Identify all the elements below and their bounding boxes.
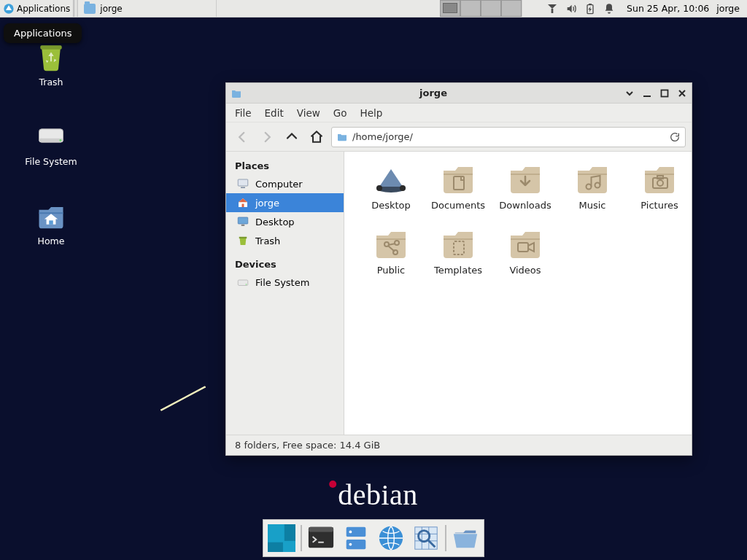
- menu-view[interactable]: View: [297, 107, 320, 119]
- reload-icon[interactable]: [669, 131, 681, 143]
- svg-rect-4: [40, 45, 61, 50]
- folder-label: Documents: [431, 200, 485, 211]
- menu-go[interactable]: Go: [333, 107, 347, 119]
- desktop-icon-home[interactable]: Home: [22, 199, 80, 246]
- sidebar-item-filesystem[interactable]: File System: [226, 273, 344, 292]
- desktop-icons: Trash File System Home: [22, 40, 80, 246]
- desktop-icon-filesystem[interactable]: File System: [22, 120, 80, 167]
- folder-label: Music: [579, 200, 606, 211]
- menu-edit[interactable]: Edit: [265, 107, 284, 119]
- location-path: /home/jorge/: [352, 131, 413, 142]
- folder-music[interactable]: Music: [559, 162, 626, 211]
- svg-point-40: [349, 531, 352, 534]
- svg-rect-12: [241, 187, 245, 189]
- folder-documents[interactable]: Documents: [425, 162, 492, 211]
- svg-point-7: [59, 139, 61, 141]
- sidebar-places-header: Places: [226, 158, 344, 174]
- up-button[interactable]: [282, 127, 302, 147]
- dock-show-desktop[interactable]: [266, 522, 298, 554]
- folder-open-icon: [452, 524, 479, 552]
- network-icon[interactable]: [546, 3, 558, 15]
- folder-templates[interactable]: Templates: [425, 227, 492, 276]
- svg-point-21: [400, 185, 406, 191]
- folder-downloads[interactable]: Downloads: [492, 162, 559, 211]
- folder-videos[interactable]: Videos: [492, 227, 559, 276]
- svg-point-20: [376, 185, 382, 191]
- svg-rect-14: [238, 217, 248, 224]
- drive-icon: [35, 120, 67, 152]
- svg-rect-11: [238, 179, 248, 186]
- desktop-icon: [236, 215, 249, 228]
- back-button[interactable]: [232, 127, 252, 147]
- trash-icon: [35, 40, 67, 72]
- sidebar-item-trash[interactable]: Trash: [226, 231, 344, 250]
- dock-terminal[interactable]: [305, 522, 337, 554]
- svg-rect-9: [643, 96, 651, 97]
- location-bar[interactable]: /home/jorge/: [331, 127, 686, 147]
- folder-icon: [336, 131, 348, 143]
- menu-help[interactable]: Help: [360, 107, 383, 119]
- sidebar-item-label: jorge: [255, 198, 279, 209]
- close-button[interactable]: [677, 88, 687, 98]
- documents-folder-icon: [439, 162, 477, 195]
- dock-files[interactable]: [340, 522, 372, 554]
- xfce-logo-icon: [3, 3, 15, 15]
- folder-desktop[interactable]: Desktop: [357, 162, 425, 211]
- battery-icon[interactable]: [584, 3, 596, 15]
- workspace-switcher[interactable]: [440, 0, 522, 17]
- workspace-2[interactable]: [460, 0, 481, 17]
- window-titlebar[interactable]: jorge: [226, 83, 692, 104]
- dock-separator: [301, 525, 302, 551]
- sidebar-item-home[interactable]: jorge: [226, 193, 344, 212]
- dock-home-folder[interactable]: [449, 522, 481, 554]
- computer-icon: [236, 177, 249, 190]
- window-menu-button[interactable]: [624, 88, 635, 98]
- system-tray: [539, 3, 622, 15]
- applications-label: Applications: [17, 4, 70, 14]
- folder-grid: Desktop Documents Downloads Music Pictur…: [357, 162, 678, 276]
- menu-file[interactable]: File: [235, 107, 252, 119]
- svg-point-41: [349, 543, 352, 546]
- svg-rect-8: [49, 220, 53, 225]
- taskbar-item-filemanager[interactable]: jorge: [78, 0, 217, 17]
- notifications-icon[interactable]: [603, 3, 615, 15]
- user-menu[interactable]: jorge: [713, 3, 747, 14]
- minimize-button[interactable]: [642, 88, 652, 98]
- desktop-icon-label: Trash: [39, 77, 63, 88]
- svg-rect-16: [239, 237, 247, 238]
- window-title: jorge: [247, 88, 620, 98]
- folder-view[interactable]: Desktop Documents Downloads Music Pictur…: [344, 152, 692, 435]
- panel-handle-right[interactable]: [522, 0, 539, 17]
- folder-public[interactable]: Public: [357, 227, 425, 276]
- folder-pictures[interactable]: Pictures: [626, 162, 692, 211]
- downloads-folder-icon: [506, 162, 544, 195]
- search-icon: [412, 524, 440, 552]
- terminal-icon: [307, 524, 335, 552]
- public-folder-icon: [372, 227, 410, 260]
- drive-icon: [236, 276, 249, 289]
- sidebar-devices-header: Devices: [226, 256, 344, 273]
- trash-icon: [236, 234, 249, 247]
- svg-rect-1: [551, 9, 554, 13]
- desktop-scratch-line: [160, 386, 206, 412]
- applications-menu-button[interactable]: Applications: [0, 0, 74, 17]
- desktop-icon-label: File System: [25, 156, 77, 167]
- dock-browser[interactable]: [375, 522, 407, 554]
- clock[interactable]: Sun 25 Apr, 10:06: [622, 3, 713, 14]
- folder-label: Templates: [434, 265, 482, 276]
- maximize-button[interactable]: [659, 88, 670, 98]
- forward-button[interactable]: [257, 127, 277, 147]
- folder-icon: [84, 4, 96, 14]
- desktop-icon-trash[interactable]: Trash: [22, 40, 80, 88]
- home-button[interactable]: [306, 127, 327, 147]
- volume-icon[interactable]: [565, 3, 577, 15]
- desktop-icon-label: Home: [38, 236, 65, 246]
- folder-label: Videos: [509, 265, 541, 276]
- sidebar-item-computer[interactable]: Computer: [226, 174, 344, 193]
- sidebar-item-desktop[interactable]: Desktop: [226, 212, 344, 231]
- workspace-4[interactable]: [501, 0, 522, 17]
- workspace-3[interactable]: [481, 0, 501, 17]
- dock-appfinder[interactable]: [410, 522, 442, 554]
- music-folder-icon: [573, 162, 611, 195]
- workspace-1[interactable]: [440, 0, 460, 17]
